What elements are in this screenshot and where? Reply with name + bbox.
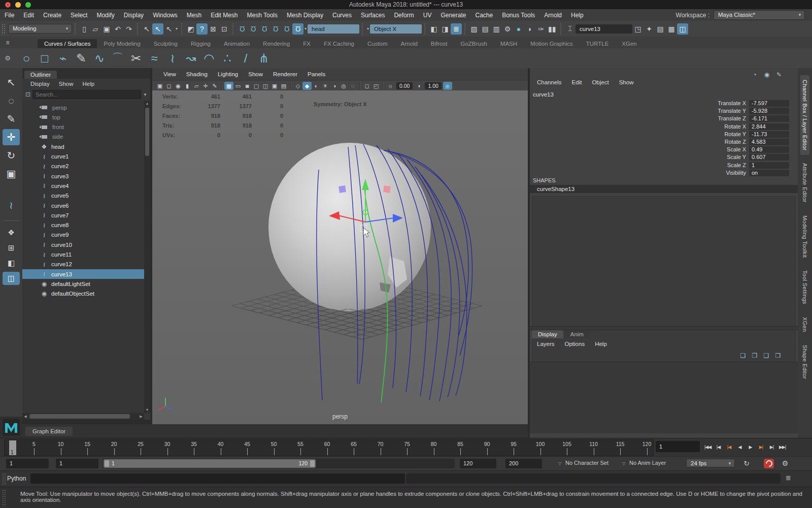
viewport-menu-shading[interactable]: Shading (181, 71, 213, 77)
use-all-lights-icon[interactable]: ☀ (321, 82, 330, 90)
layer-menu-layers[interactable]: Layers (532, 341, 560, 347)
outliner-item-curve6[interactable]: ≀curve6 (22, 201, 144, 210)
character-set-dropdown[interactable]: No Character Set (565, 460, 608, 466)
menu-uv[interactable]: UV (419, 12, 436, 19)
shelf-tab-animation[interactable]: Animation (217, 39, 256, 48)
cv-curve-tool-icon[interactable]: ⌁ (54, 50, 72, 67)
menu-mesh-display[interactable]: Mesh Display (282, 12, 328, 19)
shelf-tab-rigging[interactable]: Rigging (184, 39, 217, 48)
shelf-tab-rendering[interactable]: Rendering (256, 39, 296, 48)
shelf-gear-icon[interactable]: ⚙ (0, 54, 15, 62)
channel-value-field[interactable]: -5.928 (749, 108, 789, 114)
shelf-tab-mash[interactable]: MASH (494, 39, 524, 48)
output-connections-icon[interactable]: ◨ (439, 23, 451, 35)
playback-end-field[interactable]: 120 (460, 459, 496, 468)
outliner-item-curve5[interactable]: ≀curve5 (22, 191, 144, 201)
anim-layer-caret-icon[interactable]: ▽ (622, 461, 625, 466)
channel-value-field[interactable]: 0.607 (749, 154, 789, 161)
expand-caret-icon[interactable]: ▾ (304, 26, 307, 31)
current-time-field[interactable]: 1 (656, 441, 700, 452)
auto-keyframe-toggle[interactable] (764, 459, 774, 468)
channel-box-layout-icon[interactable]: ▤ (655, 23, 666, 35)
layer-list-empty[interactable] (530, 362, 798, 433)
xray-icon[interactable]: ◻ (362, 82, 371, 90)
shelf-tab-gozbrush[interactable]: GoZBrush (454, 39, 493, 48)
outliner-item-curve11[interactable]: ≀curve11 (22, 250, 144, 260)
snap-to-point-icon[interactable]: Ω (259, 23, 270, 35)
workspace-dropdown[interactable]: Maya Classic* (714, 10, 805, 20)
input-connections-icon[interactable]: ◧ (428, 23, 439, 35)
outliner-item-curve8[interactable]: ≀curve8 (22, 220, 144, 230)
sidebar-tab-modeling-toolkit[interactable]: Modeling Toolkit (800, 211, 809, 262)
channel-value-field[interactable]: -7.597 (749, 100, 789, 107)
animation-start-field[interactable]: 1 (6, 459, 49, 468)
step-back-frame-button[interactable]: |◀ (713, 441, 724, 453)
filter-icon[interactable]: ⊡ (25, 91, 30, 98)
shelf-tab-motion-graphics[interactable]: Motion Graphics (524, 39, 580, 48)
go-to-end-button[interactable]: ▶▶| (777, 441, 788, 453)
outliner-vertical-scrollbar[interactable]: ▲ ▼ (144, 101, 150, 413)
gamma-field[interactable]: 1.00 (425, 82, 441, 89)
timeline-ruler[interactable]: 5101520253035404550556065707580859095100… (4, 439, 654, 456)
step-forward-key-button[interactable]: ▶| (756, 441, 766, 453)
menu-modify[interactable]: Modify (92, 12, 119, 19)
nurbs-circle-icon[interactable]: ○ (17, 50, 36, 67)
step-back-key-button[interactable]: |◀ (724, 441, 734, 453)
modeling-toolkit-icon[interactable]: ◳ (632, 23, 644, 35)
safe-title-icon[interactable]: ▤ (279, 82, 288, 90)
grid-icon[interactable]: ▦ (224, 82, 233, 90)
curve-editing-tool-icon[interactable]: ⋔ (255, 50, 273, 67)
channel-value-field[interactable]: -6.171 (749, 115, 789, 122)
outliner-item-persp[interactable]: persp (22, 103, 144, 112)
grease-pencil-icon[interactable]: ✎ (210, 82, 219, 90)
snap-to-curve-icon[interactable]: Ω (248, 23, 259, 35)
select-hierarchy-icon[interactable]: ↖ (141, 23, 152, 35)
menu-create[interactable]: Create (39, 12, 66, 19)
render-view-icon[interactable]: ▨ (468, 23, 480, 35)
detach-curves-icon[interactable]: ≀ (163, 50, 182, 67)
sidebar-tab-tool-settings[interactable]: Tool Settings (800, 266, 809, 309)
channel-value-field[interactable]: 1 (749, 162, 789, 169)
step-forward-frame-button[interactable]: ▶| (766, 441, 777, 453)
drag-grip[interactable] (2, 489, 6, 506)
sidebar-tab-xgen[interactable]: XGen (800, 312, 809, 336)
character-controls-icon[interactable]: ✦ (644, 23, 655, 35)
camera-attributes-icon[interactable]: ◉ (174, 82, 183, 90)
shelf-tab-fx[interactable]: FX (296, 39, 317, 48)
nurbs-square-icon[interactable]: □ (36, 50, 54, 67)
go-to-start-button[interactable]: |◀◀ (702, 441, 713, 453)
viewport-menu-panels[interactable]: Panels (302, 71, 330, 77)
outliner-menu-show[interactable]: Show (55, 81, 78, 87)
scrollbar-thumb[interactable] (145, 108, 149, 156)
scale-tool[interactable]: ▣ (3, 166, 20, 182)
shadows-icon[interactable]: ◑ (330, 82, 339, 90)
menu-file[interactable]: File (0, 12, 19, 19)
channel-box-menu-object[interactable]: Object (587, 79, 614, 85)
outliner-item-curve9[interactable]: ≀curve9 (22, 230, 144, 240)
snap-to-view-plane-icon[interactable]: Ω (281, 23, 292, 35)
outliner-item-curve10[interactable]: ≀curve10 (22, 240, 144, 249)
menu-help[interactable]: Help (566, 12, 588, 19)
exposure-icon[interactable]: ☼ (386, 82, 395, 90)
snap-to-projected-center-icon[interactable]: Ω (270, 23, 281, 35)
channel-box-menu-channels[interactable]: Channels (532, 79, 567, 85)
render-current-frame-icon[interactable]: ▤ (480, 23, 491, 35)
menu-display[interactable]: Display (119, 12, 148, 19)
gamma-icon[interactable]: ◑ (414, 82, 423, 90)
sidebar-tab-channel-box-layer-editor[interactable]: Channel Box / Layer Editor (800, 75, 809, 155)
menu-cache[interactable]: Cache (470, 12, 497, 19)
field-chart-icon[interactable]: ◫ (261, 82, 270, 90)
attach-curves-icon[interactable]: ≈ (145, 50, 163, 67)
plane-handle-xy[interactable] (383, 185, 391, 193)
lasso-select-tool[interactable]: ◌ (3, 92, 20, 109)
menu-windows[interactable]: Windows (148, 12, 182, 19)
outliner-item-curve7[interactable]: ≀curve7 (22, 210, 144, 220)
expand-caret-icon[interactable]: ▾ (367, 26, 369, 31)
channel-value-field[interactable]: on (749, 170, 789, 176)
channel-value-field[interactable]: -11.73 (749, 131, 789, 138)
attribute-editor-layout-icon[interactable]: ▦ (666, 23, 677, 35)
graph-editor-tab[interactable]: Graph Editor (25, 427, 73, 436)
shelf-tab-fx-caching[interactable]: FX Caching (317, 39, 361, 48)
select-component-icon[interactable]: ↖ (163, 23, 175, 35)
tab-anim[interactable]: Anim (564, 330, 590, 338)
